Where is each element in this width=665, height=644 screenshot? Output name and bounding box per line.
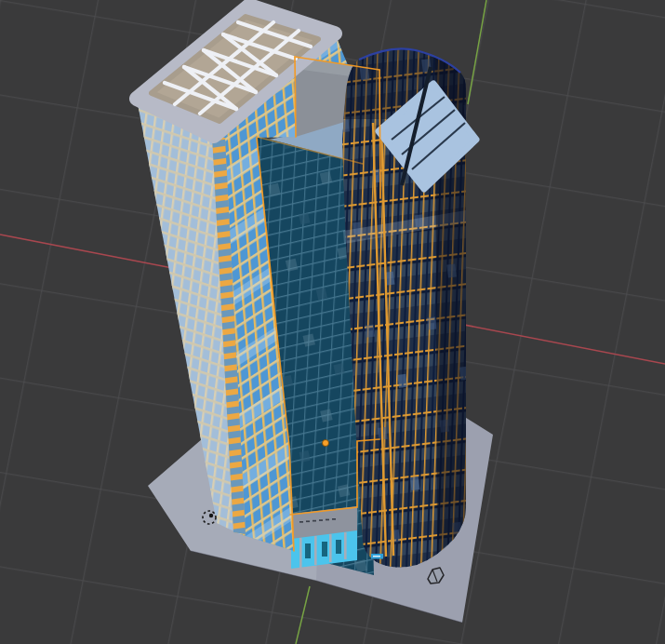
viewport-3d[interactable] (0, 0, 665, 644)
origin-dot-icon[interactable] (323, 440, 329, 447)
right-base-sign (371, 554, 383, 559)
center-entrance (291, 506, 357, 569)
viewport-canvas[interactable] (0, 0, 665, 644)
tower-right[interactable] (342, 48, 476, 567)
